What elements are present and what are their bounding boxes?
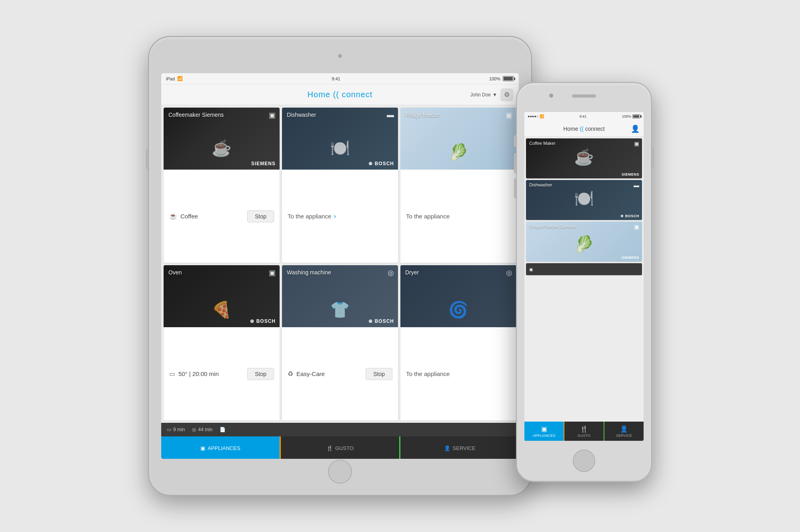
tab-gusto-label: GUSTO (335, 445, 354, 451)
card-oven: Oven ▣ ⊕ BOSCH ▭ 50° | 20:00 min Stop (164, 265, 280, 420)
phone-user-icon[interactable]: 👤 (631, 124, 640, 133)
fridge-to-appliance[interactable]: To the appliance (406, 213, 450, 220)
tab-service[interactable]: 👤 SERVICE (400, 436, 519, 459)
phone-fridge-icon: ▣ (634, 224, 639, 230)
dryer-to-appliance[interactable]: To the appliance (406, 370, 450, 377)
card-washing: Washing machine ◎ ⊕ BOSCH ♻ Easy-Care St… (282, 265, 398, 420)
phone-appliances-list: Coffee Maker ▣ SIEMENS Dishwasher ▬ ⊕ BO… (524, 137, 644, 422)
tab-gusto[interactable]: 🍴 GUSTO (281, 436, 399, 459)
oven-status-bar-value: 9 min (173, 427, 185, 432)
oven-status-icon: ▭ (169, 370, 175, 378)
phone-tab-bar: ▣ APPLIANCES 🍴 GUSTO 👤 SERVICE (524, 422, 644, 441)
card-washing-icon: ◎ (388, 268, 394, 277)
phone-card-coffeemaker-image: Coffee Maker ▣ SIEMENS (526, 138, 642, 178)
phone-battery-icon (632, 114, 640, 118)
coffee-icon: ☕ (169, 212, 177, 220)
phone-volume-up-button (514, 153, 516, 173)
logo-connect: connect (342, 90, 372, 99)
card-oven-status: ▭ 50° | 20:00 min (169, 370, 219, 378)
tablet-status-bottom: ▭ 9 min ◎ 44 min 📄 (161, 423, 519, 436)
phone-tab-service[interactable]: 👤 SERVICE (604, 422, 644, 441)
tablet-camera (338, 54, 342, 58)
card-dishwasher-icon: ▬ (387, 111, 394, 119)
coffeemaker-stop-button[interactable]: Stop (247, 210, 274, 222)
card-washing-footer: ♻ Easy-Care Stop (282, 327, 398, 420)
card-coffeemaker-image: Coffeemaker Siemens ▣ SIEMENS (164, 108, 280, 170)
washing-status-label: Easy-Care (296, 370, 325, 377)
card-dishwasher-footer: To the appliance › (282, 170, 398, 263)
card-washing-status: ♻ Easy-Care (288, 370, 325, 378)
card-dishwasher-brand: ⊕ BOSCH (368, 161, 394, 166)
card-fridge-title: Fridge freezer (405, 112, 440, 118)
phone-dishwasher-title: Dishwasher (529, 182, 552, 187)
tablet-home-button[interactable] (328, 460, 352, 484)
phone-device: ●●●●○ 📶 9:41 100% Home (( connect 👤 (516, 82, 652, 482)
phone-card-fridge-image: Fridge-Freezer Siemens ▣ SIEMENS (526, 222, 642, 262)
phone-app-header: Home (( connect 👤 (524, 121, 644, 137)
washing-stop-button[interactable]: Stop (366, 368, 392, 380)
phone-mute-button (514, 135, 516, 147)
card-coffeemaker-brand: SIEMENS (251, 161, 276, 166)
washing-status-bar-value: 44 min (198, 427, 212, 432)
device-label: iPad (166, 76, 175, 81)
doc-icon: 📄 (220, 427, 226, 432)
tablet-status-bar: iPad 📶 9:41 100% (161, 73, 519, 84)
oven-status-label: 50° | 20:00 min (178, 370, 219, 377)
card-dishwasher: Dishwasher ▬ ⊕ BOSCH To the appliance › (282, 108, 398, 263)
phone-wifi-icon: 📶 (540, 114, 544, 118)
user-button[interactable]: John Doe ▼ (470, 92, 497, 98)
phone-tab-gusto-icon: 🍴 (580, 425, 588, 433)
phone-card-fridge: Fridge-Freezer Siemens ▣ SIEMENS (526, 222, 642, 262)
phone-tab-service-label: SERVICE (616, 434, 632, 438)
card-dishwasher-image: Dishwasher ▬ ⊕ BOSCH (282, 108, 398, 170)
logo-home: Home (308, 90, 330, 99)
phone-coffeemaker-brand: SIEMENS (622, 172, 639, 176)
washing-status-icon: ♻ (288, 370, 293, 378)
phone-clock: 9:41 (580, 114, 587, 118)
card-fridge-image: Fridge freezer ▣ (400, 108, 516, 170)
gear-icon: ⚙ (504, 91, 510, 98)
status-right: 100% (489, 76, 514, 81)
dryer-to-appliance-label: To the appliance (406, 370, 450, 377)
card-coffeemaker: Coffeemaker Siemens ▣ SIEMENS ☕ Coffee S… (164, 108, 280, 263)
card-dryer-image: Dryer ◎ (400, 265, 516, 327)
phone-battery-pct: 100% (622, 114, 631, 118)
card-oven-title: Oven (168, 269, 182, 276)
card-fridge-footer: To the appliance (400, 170, 516, 263)
card-coffeemaker-status: ☕ Coffee (169, 212, 198, 220)
card-coffeemaker-title: Coffeemaker Siemens (168, 112, 224, 118)
phone-logo-home: Home (563, 126, 578, 132)
card-dishwasher-title: Dishwasher (287, 112, 316, 118)
card-dryer-title: Dryer (405, 269, 419, 276)
card-dryer-footer: To the appliance (400, 327, 516, 420)
phone-tab-appliances[interactable]: ▣ APPLIANCES (524, 422, 564, 441)
phone-coffeemaker-icon: ▣ (634, 140, 639, 147)
tab-bar: ▣ APPLIANCES 🍴 GUSTO 👤 SERVICE (161, 436, 519, 459)
status-left: iPad 📶 (166, 76, 183, 81)
card-washing-title: Washing machine (287, 269, 331, 276)
tab-appliances[interactable]: ▣ APPLIANCES (161, 436, 280, 459)
phone-home-button[interactable] (573, 450, 595, 472)
phone-tab-service-icon: 👤 (620, 425, 628, 433)
tab-gusto-icon: 🍴 (326, 445, 333, 451)
phone-fridge-brand: SIEMENS (622, 256, 639, 260)
phone-dishwasher-icon: ▬ (634, 182, 639, 188)
phone-status-left: ●●●●○ 📶 (528, 114, 544, 118)
phone-screen: ●●●●○ 📶 9:41 100% Home (( connect 👤 (524, 112, 644, 441)
user-name: John Doe (470, 92, 491, 98)
card-fridge-icon: ▣ (506, 111, 512, 120)
card-oven-brand: ⊕ BOSCH (250, 318, 276, 324)
phone-logo-wifi: (( (580, 126, 583, 132)
phone-tab-gusto[interactable]: 🍴 GUSTO (564, 422, 604, 441)
oven-status-bar-icon: ▭ (167, 427, 171, 432)
phone-logo-connect: connect (585, 126, 605, 132)
app-logo: Home (( connect (308, 90, 373, 99)
tab-appliances-label: APPLIANCES (208, 445, 240, 451)
oven-stop-button[interactable]: Stop (247, 368, 274, 380)
phone-dishwasher-brand: ⊕ BOSCH (620, 214, 639, 218)
dishwasher-to-appliance[interactable]: To the appliance › (288, 212, 336, 220)
tablet-device: iPad 📶 9:41 100% Home (( connect John Do… (148, 36, 532, 496)
card-washing-image: Washing machine ◎ ⊕ BOSCH (282, 265, 398, 327)
phone-status-bar: ●●●●○ 📶 9:41 100% (524, 112, 644, 121)
settings-button[interactable]: ⚙ (500, 88, 513, 101)
